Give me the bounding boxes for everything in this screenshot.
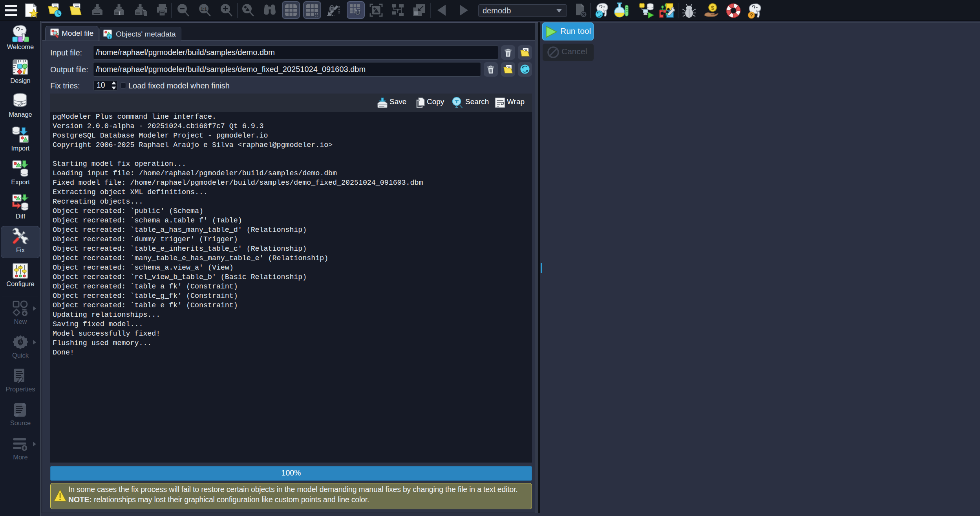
svg-text:?: ? [750,12,753,18]
svg-text:1:1: 1:1 [201,7,207,11]
svg-text:$: $ [711,4,715,11]
